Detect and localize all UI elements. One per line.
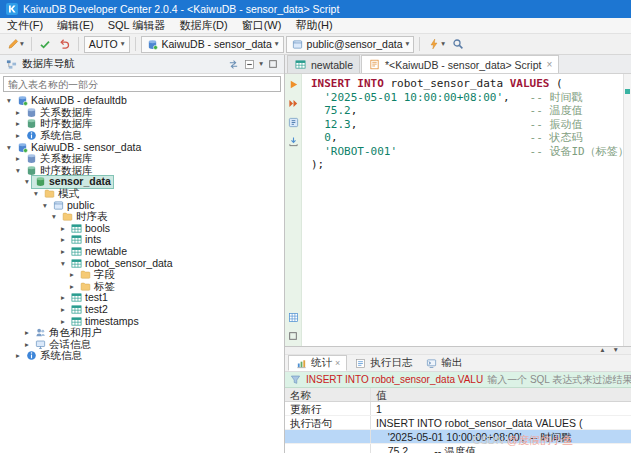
overview-ruler[interactable]: [623, 74, 631, 346]
expand-arrow-icon[interactable]: ▸: [58, 223, 68, 234]
expand-arrow-icon[interactable]: ▸: [58, 292, 68, 303]
database-select[interactable]: public@sensor_data ▾: [286, 36, 415, 53]
explain-plan-icon[interactable]: [287, 116, 300, 128]
grid-row[interactable]: 更新行1: [285, 402, 631, 416]
output-tab-icon: [425, 357, 438, 370]
expand-arrow-icon[interactable]: ▸: [22, 339, 32, 350]
menu-数据库-d[interactable]: 数据库(D): [172, 18, 234, 33]
collapse-arrow-icon[interactable]: ▾: [22, 176, 32, 187]
expand-arrow-icon[interactable]: ▸: [67, 281, 77, 292]
grid-row[interactable]: 75.2, -- 温度值: [285, 444, 631, 453]
execute-statement-icon[interactable]: [287, 78, 300, 90]
sql-line-7: );: [311, 158, 623, 172]
sql-code-editor[interactable]: INSERT INTO robot_sensor_data VALUES ( '…: [302, 74, 623, 346]
expand-arrow-icon[interactable]: ▸: [13, 350, 23, 361]
tree-item-kaiwudb-sensor-data[interactable]: ▾KaiwuDB - sensor_data: [0, 141, 284, 153]
export-result-icon[interactable]: [287, 135, 300, 147]
tree-item-角色和用户[interactable]: ▸角色和用户: [0, 327, 284, 339]
tree-item-timestamps[interactable]: ▸timestamps: [0, 315, 284, 327]
tree-item-content: 角色和用户: [32, 327, 104, 339]
toggle-results-icon[interactable]: [287, 311, 300, 323]
tree-item-系统信息[interactable]: ▸系统信息: [0, 350, 284, 362]
column-header-值[interactable]: 值: [371, 388, 631, 402]
filter-value[interactable]: INSERT INTO robot_sensor_data VALU: [306, 374, 483, 385]
new-sql-editor-button[interactable]: ▾: [4, 36, 26, 53]
menu-文件-f[interactable]: 文件(F): [0, 18, 50, 33]
tree-item-时序表[interactable]: ▾时序表: [0, 211, 284, 223]
tree-item-label: 时序数据库: [40, 118, 93, 129]
expand-arrow-icon[interactable]: ▸: [13, 107, 23, 118]
link-with-editor-icon[interactable]: [227, 58, 240, 71]
collapse-arrow-icon[interactable]: ▾: [13, 165, 23, 176]
conn-icon: [16, 95, 28, 106]
title-bar: KaiwuDB Developer Center 2.0.4 - <KaiwuD…: [0, 0, 631, 18]
results-tab-输出[interactable]: 输出: [419, 355, 468, 371]
tree-item-关系数据库[interactable]: ▸关系数据库: [0, 107, 284, 119]
collapse-arrow-icon[interactable]: ▾: [31, 188, 41, 199]
tree-item-sensor-data[interactable]: ▾sensor_data: [0, 176, 284, 188]
commit-icon: [39, 38, 52, 51]
expand-arrow-icon[interactable]: ▸: [13, 130, 23, 141]
menu-编辑-e[interactable]: 编辑(E): [50, 18, 101, 33]
maximize-editor-icon[interactable]: [287, 330, 300, 342]
execute-script-icon[interactable]: [287, 97, 300, 109]
maximize-panel-icon[interactable]: [266, 58, 279, 71]
expand-arrow-icon[interactable]: ▸: [13, 118, 23, 129]
commit-button[interactable]: [37, 36, 54, 53]
menu-sql-编辑器[interactable]: SQL 编辑器: [101, 18, 173, 33]
editor-tab-kaiwudb-sensor-data-script[interactable]: *<KaiwuDB - sensor_data> Script×: [361, 55, 559, 73]
transaction-mode-select[interactable]: AUTO ▾: [84, 36, 130, 53]
tree-item-bools[interactable]: ▸bools: [0, 223, 284, 235]
search-button[interactable]: [449, 36, 466, 53]
rollback-button[interactable]: [56, 36, 73, 53]
panel-down-icon[interactable]: ▼: [613, 347, 619, 354]
close-tab-icon[interactable]: ×: [546, 60, 552, 70]
tree-item-robot-sensor-data[interactable]: ▾robot_sensor_data: [0, 257, 284, 269]
connection-select[interactable]: KaiwuDB - sensor_data ▾: [141, 36, 284, 53]
tree-item-ints[interactable]: ▸ints: [0, 234, 284, 246]
expand-arrow-icon[interactable]: ▸: [22, 327, 32, 338]
collapse-all-icon[interactable]: [243, 58, 256, 71]
expand-arrow-icon[interactable]: ▸: [58, 234, 68, 245]
column-header-名称[interactable]: 名称: [285, 388, 371, 401]
expand-arrow-icon[interactable]: ▸: [13, 153, 23, 164]
tree-item-public[interactable]: ▾public: [0, 199, 284, 211]
horizontal-splitter[interactable]: ▲ ▼: [285, 347, 631, 355]
collapse-arrow-icon[interactable]: ▾: [49, 211, 59, 222]
tree-item-时序数据库[interactable]: ▸时序数据库: [0, 118, 284, 130]
tree-item-时序数据库[interactable]: ▾时序数据库: [0, 165, 284, 177]
expand-arrow-icon[interactable]: ▸: [58, 304, 68, 315]
tree-item-标签[interactable]: ▸标签: [0, 281, 284, 293]
execute-template-button[interactable]: ▾: [425, 36, 447, 53]
results-tab-统计[interactable]: 统计×: [288, 355, 347, 371]
sql-line-3: 75.2, -- 温度值: [311, 104, 623, 118]
menu-窗口-w[interactable]: 窗口(W): [235, 18, 289, 33]
collapse-arrow-icon[interactable]: ▾: [4, 142, 14, 153]
tree-item-关系数据库[interactable]: ▸关系数据库: [0, 153, 284, 165]
tree-item-test1[interactable]: ▸test1: [0, 292, 284, 304]
tree-item-newtable[interactable]: ▸newtable: [0, 246, 284, 258]
tree-item-会话信息[interactable]: ▸会话信息: [0, 338, 284, 350]
results-tab-执行日志[interactable]: 执行日志: [348, 355, 418, 371]
expand-arrow-icon[interactable]: ▸: [58, 316, 68, 327]
panel-up-icon[interactable]: ▲: [599, 347, 605, 354]
tree-item-字段[interactable]: ▸字段: [0, 269, 284, 281]
tree-item-模式[interactable]: ▾模式: [0, 188, 284, 200]
tree-item-系统信息[interactable]: ▸系统信息: [0, 130, 284, 142]
table-filter-input[interactable]: [3, 76, 281, 92]
view-menu-icon[interactable]: ▾: [259, 60, 263, 68]
grid-row[interactable]: '2025-05-01 10:00:00+08:00', -- 时间戳: [285, 430, 631, 444]
editor-tab-newtable[interactable]: newtable: [287, 55, 360, 73]
expand-arrow-icon[interactable]: ▸: [58, 246, 68, 257]
collapse-arrow-icon[interactable]: ▾: [40, 200, 50, 211]
expand-arrow-icon[interactable]: ▸: [67, 269, 77, 280]
editor-pane: newtable*<KaiwuDB - sensor_data> Script×…: [285, 55, 631, 453]
collapse-arrow-icon[interactable]: ▾: [58, 258, 68, 269]
tree-item-content: 关系数据库: [23, 153, 95, 165]
menu-帮助-h[interactable]: 帮助(H): [288, 18, 339, 33]
tree-item-kaiwudb-defaultdb[interactable]: ▾KaiwuDB - defaultdb: [0, 95, 284, 107]
collapse-arrow-icon[interactable]: ▾: [4, 95, 14, 106]
close-tab-icon[interactable]: ×: [335, 359, 340, 368]
grid-row[interactable]: 执行语句INSERT INTO robot_sensor_data VALUES…: [285, 416, 631, 430]
tree-item-test2[interactable]: ▸test2: [0, 304, 284, 316]
